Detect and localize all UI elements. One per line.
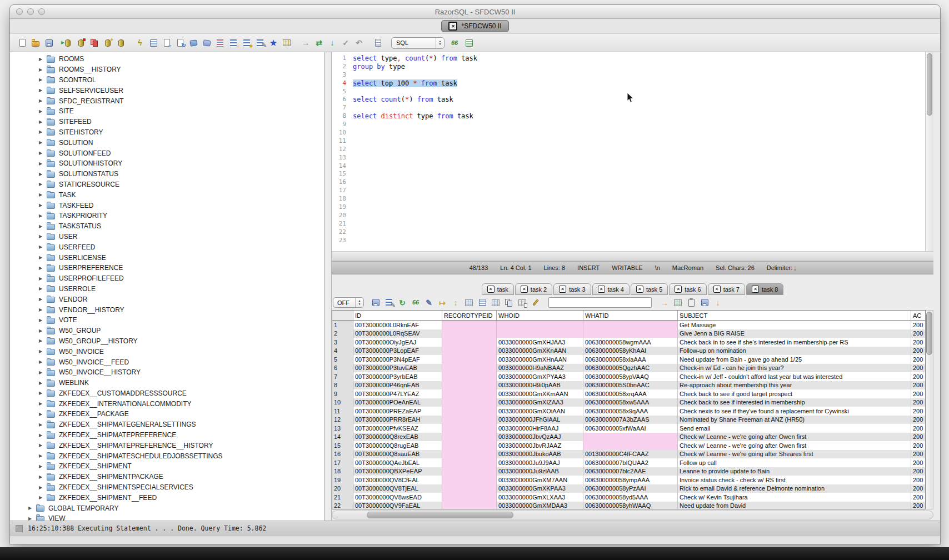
- table-cell[interactable]: 00630000007bIQUAA2: [583, 458, 678, 467]
- table-cell[interactable]: Invoice status check - check w/ RS first: [678, 476, 911, 484]
- table-cell[interactable]: 006300000058xw5AAA: [583, 398, 678, 407]
- table-cell[interactable]: 200: [911, 502, 925, 509]
- table-row[interactable]: 200T3000000L0RqSEAVGive Jenn a BIG RAISE…: [332, 329, 925, 338]
- expand-arrow-icon[interactable]: ▶: [38, 307, 43, 312]
- expand-arrow-icon[interactable]: ▶: [38, 182, 43, 187]
- window-titlebar[interactable]: RazorSQL - SFDCW50 II: [10, 5, 940, 19]
- expand-arrow-icon[interactable]: ▶: [38, 370, 43, 375]
- table-cell[interactable]: 0033000000Ju9J9AAJ: [497, 458, 583, 467]
- sql-code-area[interactable]: select type, count(*) from taskgroup by …: [349, 52, 925, 251]
- expand-arrow-icon[interactable]: ▶: [38, 119, 43, 124]
- table-cell[interactable]: 006300000058wgmAAA: [583, 338, 678, 347]
- table-cell[interactable]: Check back to see if good target prospec…: [678, 389, 911, 398]
- row-number-cell[interactable]: 22: [332, 502, 353, 509]
- query-options-icon[interactable]: [148, 37, 159, 48]
- tree-item[interactable]: ▶SFDC_REGISTRANT: [10, 96, 324, 106]
- minimize-window-button[interactable]: [27, 8, 34, 15]
- code-line[interactable]: [353, 170, 925, 178]
- table-cell[interactable]: 200: [911, 321, 925, 329]
- result-tab[interactable]: ✕task 6: [669, 283, 706, 295]
- tree-item[interactable]: ▶TASK: [10, 189, 324, 200]
- refresh-results-icon[interactable]: ↻: [397, 297, 408, 308]
- row-number-cell[interactable]: 2: [332, 329, 353, 338]
- table-cell[interactable]: 0033000000GmXMDAA3: [497, 502, 583, 509]
- table-cell[interactable]: 006300000058yhWAAQ: [583, 502, 678, 509]
- row-number-cell[interactable]: 12: [332, 416, 353, 424]
- panel-splitter[interactable]: [325, 52, 332, 521]
- table-cell[interactable]: 0033000000HirF8AAJ: [497, 424, 583, 433]
- expand-arrow-icon[interactable]: ▶: [38, 412, 43, 417]
- table-cell[interactable]: [442, 389, 497, 398]
- save-grid-icon[interactable]: [699, 297, 710, 308]
- expand-arrow-icon[interactable]: ▶: [38, 443, 43, 448]
- table-row[interactable]: 2000T3000000QV8TjEAL0033000000GmXKPAA300…: [332, 484, 925, 493]
- table-row[interactable]: 1400T3000000Q8rexEAB0033000000JbvQzAAJCh…: [332, 433, 925, 442]
- column-header[interactable]: [332, 311, 353, 320]
- table-cell[interactable]: Check back in to see if she's interested…: [678, 338, 911, 347]
- table-cell[interactable]: 00T3000000L0RknEAF: [353, 321, 442, 329]
- table-cell[interactable]: 200: [911, 458, 925, 467]
- table-row[interactable]: 700T3000000P3yrbEAB0033000000GmXPYAA3006…: [332, 372, 925, 381]
- table-cell[interactable]: 0033000000GmXHnAAN: [497, 355, 583, 364]
- table-cell[interactable]: 006300000058yd5AAA: [583, 493, 678, 502]
- close-tab-icon[interactable]: ✕: [713, 286, 721, 293]
- table-cell[interactable]: [442, 484, 497, 493]
- table-cell[interactable]: 0013000000C4fFCAAZ: [583, 450, 678, 459]
- editor-vscrollbar[interactable]: [925, 52, 933, 251]
- expand-arrow-icon[interactable]: ▶: [38, 349, 43, 354]
- code-line[interactable]: group by type: [353, 63, 925, 71]
- row-list-icon[interactable]: [477, 297, 488, 308]
- row-number-cell[interactable]: 6: [332, 364, 353, 373]
- expand-arrow-icon[interactable]: ▶: [38, 88, 43, 93]
- tree-item[interactable]: ▶W50_INVOICE__HISTORY: [10, 367, 324, 378]
- table-row[interactable]: 100T3000000L0RknEAFGet Massage200: [332, 321, 925, 329]
- filter-sort-icon[interactable]: [383, 297, 394, 308]
- expand-arrow-icon[interactable]: ▶: [38, 255, 43, 260]
- favorites-icon[interactable]: ★: [268, 37, 279, 48]
- database-icon[interactable]: [116, 37, 127, 48]
- row-number-cell[interactable]: 3: [332, 338, 353, 347]
- code-line[interactable]: [353, 203, 925, 212]
- table-cell[interactable]: Nominated by Shane Freeman at ANZ (HR50): [678, 416, 911, 424]
- limit-stepper-icon[interactable]: ▲▼: [355, 298, 363, 307]
- table-cell[interactable]: 00T3000000P3yrbEAB: [353, 372, 442, 381]
- expand-arrow-icon[interactable]: ▶: [38, 328, 43, 333]
- find-next-icon[interactable]: →: [659, 297, 670, 308]
- table-cell[interactable]: 200: [911, 372, 925, 381]
- table-row[interactable]: 1500T3000000Q8rugEAB0033000000JbvRJAAZCh…: [332, 441, 925, 450]
- tree-item[interactable]: ▶W50_GROUP: [10, 326, 324, 336]
- fetch-all-icon[interactable]: [228, 37, 239, 48]
- expand-arrow-icon[interactable]: ▶: [38, 401, 43, 406]
- table-cell[interactable]: [442, 364, 497, 373]
- table-cell[interactable]: 0033000000GmXPYAA3: [497, 372, 583, 381]
- table-cell[interactable]: 00630000005QgzhAAC: [583, 364, 678, 373]
- tree-item[interactable]: ▶SELFSERVICEUSER: [10, 85, 324, 96]
- tree-item[interactable]: ▶TASKFEED: [10, 200, 324, 211]
- table-row[interactable]: 1200T3000000PRR8rEAH0033000000JFhGlAAL00…: [332, 416, 925, 424]
- table-cell[interactable]: 006300000058xlaAAA: [583, 355, 678, 364]
- expand-arrow-icon[interactable]: ▶: [38, 151, 43, 156]
- table-cell[interactable]: 00T3000000OiyJgEAJ: [353, 338, 442, 347]
- table-cell[interactable]: [442, 398, 497, 407]
- table-cell[interactable]: Follow up call: [678, 458, 911, 467]
- tree-item[interactable]: ▶STATICRESOURCE: [10, 179, 324, 190]
- table-cell[interactable]: 00T3000000P3N4pEAF: [353, 355, 442, 364]
- commit-icon[interactable]: ✓: [340, 37, 351, 48]
- tree-item[interactable]: ▶ZKFEDEX__SHIPMATEPREFERENCE__HISTORY: [10, 440, 324, 451]
- table-cell[interactable]: 200: [911, 389, 925, 398]
- close-document-icon[interactable]: ✕: [448, 22, 457, 31]
- table-cell[interactable]: [442, 502, 497, 509]
- save-results-icon[interactable]: [370, 297, 381, 308]
- expand-arrow-icon[interactable]: ▶: [38, 422, 43, 427]
- table-cell[interactable]: 0033000000H9i0pAAB: [497, 381, 583, 390]
- table-cell[interactable]: Follow-up on nomination: [678, 347, 911, 356]
- table-cell[interactable]: 0033000000GmXKnAAN: [497, 347, 583, 356]
- table-cell[interactable]: 0033000000GmXKmAAN: [497, 389, 583, 398]
- table-cell[interactable]: Check w/ Leanne - we're going after Owen…: [678, 441, 911, 450]
- table-cell[interactable]: 00T3000000P3tuvEAB: [353, 364, 442, 373]
- expand-arrow-icon[interactable]: ▶: [38, 286, 43, 291]
- table-cell[interactable]: [583, 441, 678, 450]
- table-cell[interactable]: 200: [911, 450, 925, 459]
- tree-item[interactable]: ▶W50_INVOICE__FEED: [10, 357, 324, 367]
- table-cell[interactable]: Send email: [678, 424, 911, 433]
